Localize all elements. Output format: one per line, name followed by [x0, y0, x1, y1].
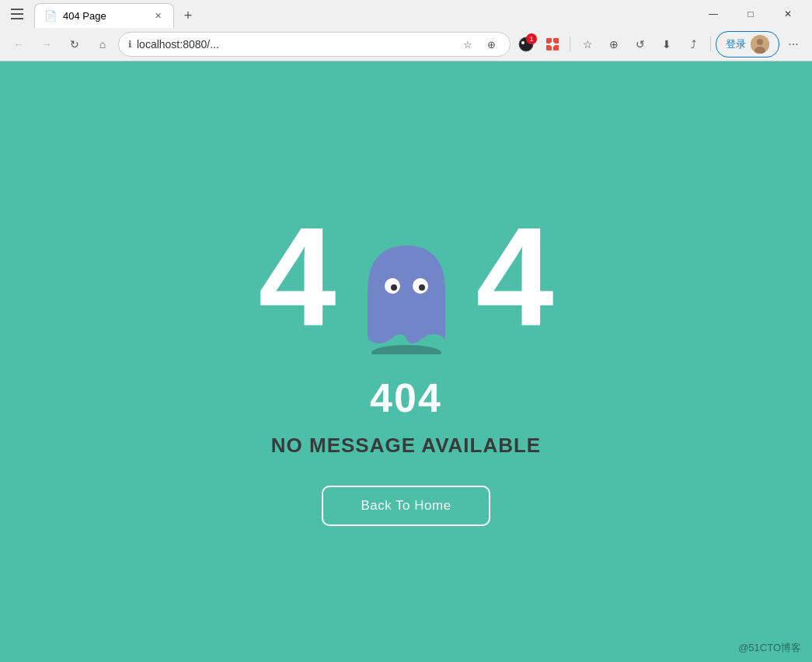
browser-menu-button[interactable]: ···: [781, 32, 806, 57]
error-graphic: 4 4: [258, 199, 553, 354]
window-controls-right: — □ ✕: [695, 2, 806, 26]
close-button[interactable]: ✕: [770, 2, 806, 26]
downloads-button[interactable]: ⬇: [654, 32, 679, 57]
share-button[interactable]: ⤴: [681, 32, 706, 57]
collections-button[interactable]: ⊕: [601, 32, 626, 57]
svg-point-9: [550, 42, 555, 47]
sidebar-toggle-button[interactable]: [6, 3, 28, 25]
back-to-home-button[interactable]: Back To Home: [322, 486, 490, 526]
avatar: [751, 35, 769, 54]
lock-icon: ℹ: [128, 39, 132, 50]
login-button[interactable]: 登录: [716, 31, 779, 57]
favorites-button[interactable]: ☆: [575, 32, 600, 57]
svg-point-13: [371, 345, 441, 354]
ghost-container: [344, 199, 469, 354]
active-tab[interactable]: 📄 404 Page ✕: [34, 3, 174, 28]
digit-second-4: 4: [476, 207, 554, 347]
error-message: NO MESSAGE AVAILABLE: [271, 434, 541, 458]
browser-chrome: 📄 404 Page ✕ + — □ ✕ ← → ↻ ⌂ ℹ ☆ ⊕: [0, 0, 812, 61]
home-button[interactable]: ⌂: [90, 32, 115, 57]
address-input[interactable]: [137, 38, 454, 51]
tab-title: 404 Page: [63, 10, 145, 22]
maximize-button[interactable]: □: [733, 2, 768, 26]
extension-badge: 1: [526, 33, 537, 44]
history-button[interactable]: ↺: [628, 32, 653, 57]
toolbar-icons: 1 ☆ ⊕ ↺ ⬇ ⤴ 登录: [514, 31, 806, 57]
svg-point-17: [419, 284, 425, 291]
tab-close-button[interactable]: ✕: [152, 10, 164, 23]
minimize-button[interactable]: —: [695, 2, 731, 26]
error-code: 404: [370, 375, 442, 421]
watermark: @51CTO博客: [738, 641, 801, 655]
svg-point-4: [521, 41, 524, 44]
window-controls-left: [6, 3, 28, 25]
toolbar-divider2: [710, 37, 711, 52]
ghost-illustration: [360, 238, 453, 354]
refresh-button[interactable]: ↻: [62, 32, 87, 57]
digit-first-4: 4: [258, 207, 336, 347]
svg-point-11: [757, 39, 763, 45]
svg-rect-0: [11, 9, 23, 10]
reader-mode-icon[interactable]: ☆: [458, 35, 477, 54]
tabs-area: 📄 404 Page ✕ +: [34, 0, 695, 28]
address-bar: ← → ↻ ⌂ ℹ ☆ ⊕ 1: [0, 28, 812, 61]
back-nav-button[interactable]: ←: [6, 32, 31, 57]
collections-icon[interactable]: ⊕: [482, 35, 500, 54]
address-bar-input-wrap[interactable]: ℹ ☆ ⊕: [118, 32, 511, 57]
extension2-button[interactable]: [540, 32, 565, 57]
extension1-button[interactable]: 1: [514, 32, 538, 57]
svg-rect-2: [11, 18, 23, 19]
login-label: 登录: [726, 37, 746, 51]
svg-point-16: [391, 284, 397, 291]
new-tab-button[interactable]: +: [177, 5, 199, 26]
forward-nav-button[interactable]: →: [34, 32, 59, 57]
page-content: 4 4 404 NO MESSAGE AVAILABLE Back To Hom…: [0, 61, 812, 662]
svg-rect-1: [11, 13, 23, 15]
toolbar-divider: [570, 37, 570, 52]
title-bar: 📄 404 Page ✕ + — □ ✕: [0, 0, 812, 28]
tab-favicon-icon: 📄: [44, 10, 57, 23]
